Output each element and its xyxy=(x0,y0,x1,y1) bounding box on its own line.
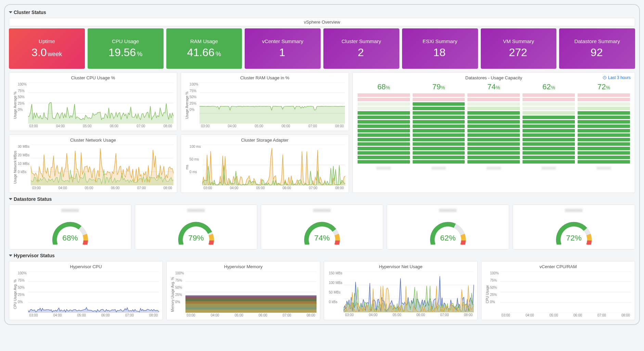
card-label: RAM Usage xyxy=(190,38,218,44)
section-head-hypervisor[interactable]: Hypervisor Status xyxy=(9,253,635,258)
svg-rect-39 xyxy=(185,310,317,313)
ds-label: |||||||||||||||||| xyxy=(521,166,576,170)
gauge-panel-0[interactable]: |||||||||||||||||||| 68% xyxy=(9,205,131,249)
panel-title: vCenter CPU/RAM xyxy=(485,264,631,269)
card-value: 272 xyxy=(509,46,528,59)
card-label: ESXi Summary xyxy=(423,38,458,44)
ds-bar-column xyxy=(356,93,411,164)
svg-text:74%: 74% xyxy=(314,233,330,242)
gauge-title: |||||||||||||||||||| xyxy=(265,208,379,212)
panel-title: Cluster Storage Adapter xyxy=(184,138,345,143)
ds-label: |||||||||||||||||| xyxy=(411,166,466,170)
ds-bar-column xyxy=(466,93,521,164)
card-value: 92 xyxy=(591,46,604,59)
panel-cluster-storage[interactable]: Cluster Storage Adapter ms 0 ms50 ms100 … xyxy=(181,134,349,193)
chart-plot[interactable]: 03:0004:0005:0006:0007:0008:00 xyxy=(185,271,317,317)
section-head-cluster[interactable]: Cluster Status xyxy=(9,10,635,15)
stat-card-2[interactable]: RAM Usage 41.66% xyxy=(166,28,242,69)
y-axis-label: Usage Average % xyxy=(13,82,18,128)
y-axis-label: CPU Usage xyxy=(485,271,490,317)
stat-card-0[interactable]: Uptime 3.0week xyxy=(9,28,85,69)
card-value: 19.56% xyxy=(108,46,142,59)
section-title: Datastore Status xyxy=(14,196,52,202)
ds-percent: 68% xyxy=(356,82,411,91)
card-label: Cluster Summary xyxy=(342,38,381,44)
panel-hyp-cpu[interactable]: Hypervisor CPU CPU Usage Avg. % 0%25%50%… xyxy=(9,261,163,320)
stat-card-3[interactable]: vCenter Summary 1 xyxy=(245,28,321,69)
y-axis-label: Usage Average % xyxy=(184,82,190,128)
gauge-panel-3[interactable]: |||||||||||||||||||| 62% xyxy=(387,205,509,249)
chevron-down-icon xyxy=(9,255,12,257)
panel-title: Hypervisor CPU xyxy=(13,264,159,269)
chart-plot[interactable]: 03:0004:0005:0006:0007:0008:00 xyxy=(199,82,345,128)
card-label: CPU Usage xyxy=(112,38,139,44)
panel-title: Hypervisor Net Usage xyxy=(327,264,474,269)
panel-cluster-cpu[interactable]: Cluster CPU Usage % Usage Average % 0%25… xyxy=(9,72,177,131)
panel-title: Datastores - Usage Capacity xyxy=(356,75,631,80)
panel-hyp-mem[interactable]: Hypervisor Memory Memory Usage Avg. % 0%… xyxy=(166,261,320,320)
card-value: 18 xyxy=(433,46,447,59)
section-head-datastore[interactable]: Datastore Status xyxy=(9,196,635,202)
card-label: Uptime xyxy=(39,38,55,44)
ds-label: |||||||||||||||||| xyxy=(356,166,411,170)
y-axis-label: Usage Network MBps xyxy=(13,145,18,190)
gauge-panel-4[interactable]: |||||||||||||||||||| 72% xyxy=(513,205,635,249)
y-axis-label: CPU Usage Avg. % xyxy=(13,271,18,317)
gauge-title: |||||||||||||||||||| xyxy=(13,208,128,212)
ds-bar-column xyxy=(411,93,466,164)
svg-text:79%: 79% xyxy=(188,233,204,242)
panel-title: Cluster Network Usage xyxy=(13,138,173,143)
svg-text:62%: 62% xyxy=(440,233,455,242)
gauge-panel-1[interactable]: |||||||||||||||||||| 79% xyxy=(135,205,257,249)
card-label: VM Summary xyxy=(503,38,534,44)
stat-card-4[interactable]: Cluster Summary 2 xyxy=(323,28,399,69)
time-range-selector[interactable]: Last 3 hours xyxy=(603,75,631,80)
panel-hyp-net[interactable]: Hypervisor Net Usage 0 kBs50 MBs100 MBs1… xyxy=(324,261,478,320)
stat-card-7[interactable]: Datastore Summary 92 xyxy=(559,28,635,69)
panel-cluster-ram[interactable]: Cluster RAM Usage in % Usage Average % 0… xyxy=(181,72,349,131)
ds-percent: 79% xyxy=(411,82,466,91)
chart-plot[interactable]: 03:0004:0005:0006:0007:0008:00 xyxy=(344,271,474,317)
section-title: Hypervisor Status xyxy=(14,253,55,258)
gauge-title: |||||||||||||||||||| xyxy=(516,208,631,212)
panel-title: Hypervisor Memory xyxy=(170,264,317,269)
chevron-down-icon xyxy=(9,11,12,13)
card-value: 2 xyxy=(358,46,365,59)
chart-plot[interactable]: 03:0004:0005:0006:0007:0008:00 xyxy=(28,271,159,317)
chart-plot[interactable]: 03:0004:0005:0006:0007:0008:00 xyxy=(28,82,173,128)
panel-title: Cluster RAM Usage in % xyxy=(184,75,345,80)
chart-plot[interactable]: 03:0004:0005:0006:0007:0008:00 xyxy=(500,271,631,317)
y-axis-label: ms xyxy=(184,145,190,190)
gauge-title: |||||||||||||||||||| xyxy=(139,208,254,212)
stat-card-1[interactable]: CPU Usage 19.56% xyxy=(88,28,164,69)
clock-icon xyxy=(603,76,607,80)
card-label: Datastore Summary xyxy=(574,38,620,44)
ds-label: |||||||||||||||||| xyxy=(466,166,521,170)
stat-card-5[interactable]: ESXi Summary 18 xyxy=(402,28,478,69)
gauge-title: |||||||||||||||||||| xyxy=(390,208,505,212)
svg-text:72%: 72% xyxy=(566,233,581,242)
card-value: 1 xyxy=(279,46,286,59)
card-label: vCenter Summary xyxy=(262,38,304,44)
svg-text:68%: 68% xyxy=(62,233,78,242)
ds-percent: 62% xyxy=(521,82,576,91)
y-axis-label: Memory Usage Avg. % xyxy=(170,271,175,317)
ds-percent: 74% xyxy=(466,82,521,91)
section-title: Cluster Status xyxy=(14,10,46,15)
panel-cluster-network[interactable]: Cluster Network Usage Usage Network MBps… xyxy=(9,134,177,193)
panel-vcenter[interactable]: vCenter CPU/RAM CPU Usage 0%25%50%75%100… xyxy=(481,261,635,320)
card-value: 3.0week xyxy=(31,46,62,59)
ds-label: |||||||||||||||||| xyxy=(576,166,631,170)
chevron-down-icon xyxy=(9,198,12,200)
ds-percent: 72% xyxy=(576,82,631,91)
ds-bar-column xyxy=(521,93,576,164)
card-value: 41.66% xyxy=(187,46,221,59)
overview-header: vSphere Overview xyxy=(9,18,635,26)
panel-datastore-usage[interactable]: Datastores - Usage Capacity Last 3 hours… xyxy=(352,72,635,193)
chart-plot[interactable]: 03:0004:0005:0006:0007:0008:00 xyxy=(31,145,173,190)
stat-card-6[interactable]: VM Summary 272 xyxy=(481,28,557,69)
panel-title: Cluster CPU Usage % xyxy=(13,75,173,80)
ds-bar-column xyxy=(576,93,631,164)
gauge-panel-2[interactable]: |||||||||||||||||||| 74% xyxy=(261,205,383,249)
chart-plot[interactable]: 03:0004:0005:0006:0007:0008:00 xyxy=(202,145,345,190)
